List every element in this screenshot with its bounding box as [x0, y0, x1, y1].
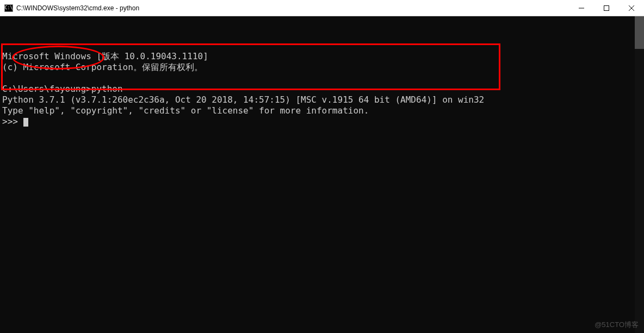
terminal-prompt: >>>	[2, 116, 23, 127]
terminal-content: Microsoft Windows [版本 10.0.19043.1110] (…	[2, 40, 644, 138]
title-left: C:\ C:\WINDOWS\system32\cmd.exe - python	[0, 4, 139, 12]
terminal-line: Type "help", "copyright", "credits" or "…	[2, 105, 369, 116]
window-title: C:\WINDOWS\system32\cmd.exe - python	[16, 4, 139, 12]
terminal-line: Python 3.7.1 (v3.7.1:260ec2c36a, Oct 20 …	[2, 95, 484, 105]
terminal-line: (c) Microsoft Corporation。保留所有权利。	[2, 62, 203, 72]
minimize-button[interactable]	[569, 0, 594, 16]
terminal-line: Microsoft Windows [版本 10.0.19043.1110]	[2, 51, 208, 61]
watermark: @51CTO博客	[595, 320, 639, 330]
terminal-line: C:\Users\fayoung>python	[2, 84, 123, 94]
maximize-button[interactable]	[594, 0, 619, 16]
scrollbar-thumb[interactable]	[635, 16, 644, 49]
window-controls	[569, 0, 644, 16]
close-button[interactable]	[619, 0, 644, 16]
titlebar: C:\ C:\WINDOWS\system32\cmd.exe - python	[0, 0, 644, 16]
terminal[interactable]: Microsoft Windows [版本 10.0.19043.1110] (…	[0, 16, 644, 333]
svg-rect-1	[604, 5, 609, 10]
cmd-icon: C:\	[4, 4, 13, 12]
scrollbar[interactable]	[635, 16, 644, 333]
cursor	[23, 118, 28, 127]
